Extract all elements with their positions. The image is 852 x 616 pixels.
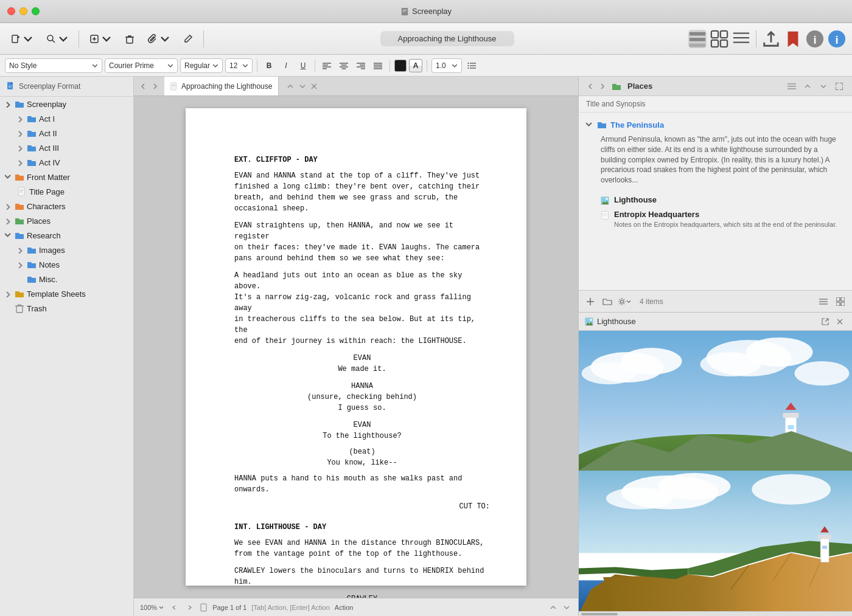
list-style-button[interactable]: [464, 58, 479, 73]
toolbar-right: i i: [688, 30, 846, 48]
highlight-color-swatch[interactable]: A: [409, 59, 422, 72]
sidebar-item-notes[interactable]: Notes: [0, 257, 133, 272]
document-title-pill[interactable]: Approaching the Lighthouse: [380, 31, 514, 46]
maximize-button[interactable]: [32, 7, 40, 15]
sidebar-item-act3[interactable]: Act III: [0, 140, 133, 155]
scene-heading-1: EXT. CLIFFTOP - DAY: [234, 154, 490, 165]
rp-sort-down-button[interactable]: [817, 80, 830, 93]
sidebar-item-front-matter[interactable]: Front Matter: [0, 170, 133, 184]
sidebar-item-images[interactable]: Images: [0, 243, 133, 257]
rp-settings-button[interactable]: [618, 295, 631, 308]
font-style-selector[interactable]: Regular: [180, 58, 223, 73]
sidebar-item-places[interactable]: Places: [0, 213, 133, 228]
document-scroll[interactable]: EXT. CLIFFTOP - DAY EVAN and HANNA stand…: [134, 96, 578, 598]
rp-menu-icon: [787, 83, 796, 90]
bold-button[interactable]: B: [262, 58, 276, 73]
sidebar-item-act2[interactable]: Act II: [0, 126, 133, 140]
info-button[interactable]: i: [828, 30, 846, 48]
lighthouse-expand-button[interactable]: [819, 316, 831, 328]
rp-grid-view-button[interactable]: [834, 295, 847, 308]
align-left-button[interactable]: [320, 58, 334, 73]
rp-expand-button[interactable]: [833, 80, 846, 93]
rp-folder-button[interactable]: [601, 295, 614, 308]
sidebar-item-template-sheets[interactable]: Template Sheets: [0, 286, 133, 301]
share-button[interactable]: [762, 30, 780, 48]
svg-rect-57: [16, 306, 23, 313]
rp-menu-button[interactable]: [785, 80, 798, 93]
share-icon: [762, 30, 780, 48]
rp-list-view-button[interactable]: [817, 295, 830, 308]
new-button[interactable]: [6, 32, 38, 46]
style-selector[interactable]: No Style: [5, 58, 102, 73]
style-chevron-icon: [92, 63, 98, 68]
rp-item-entropix[interactable]: Entropix Headquarters Notes on the Entro…: [579, 207, 852, 232]
add-button[interactable]: [85, 32, 116, 46]
footer-down-button[interactable]: [561, 602, 572, 613]
rp-peninsula-desc: Armund Peninsula, known as "the arm", ju…: [579, 132, 852, 190]
svg-point-49: [468, 67, 469, 69]
document-page[interactable]: EXT. CLIFFTOP - DAY EVAN and HANNA stand…: [186, 108, 526, 586]
sidebar-item-act4[interactable]: Act IV: [0, 155, 133, 170]
align-justify-button[interactable]: [371, 58, 385, 73]
zoom-control[interactable]: 100%: [140, 604, 164, 611]
rp-prev-button[interactable]: [585, 81, 596, 92]
sidebar-item-screenplay[interactable]: Screenplay: [0, 97, 133, 111]
svg-point-47: [468, 63, 469, 64]
underline-button[interactable]: U: [296, 58, 310, 73]
sidebar-item-act1[interactable]: Act I: [0, 111, 133, 126]
edit-button[interactable]: [178, 32, 198, 46]
sidebar-item-characters[interactable]: Characters: [0, 199, 133, 213]
tab-prev-button[interactable]: [138, 81, 148, 92]
doc-tabs: Approaching the Lighthouse: [134, 77, 578, 96]
rp-add-button[interactable]: [584, 295, 597, 308]
font-size-selector[interactable]: 12: [225, 58, 253, 73]
minimize-button[interactable]: [19, 7, 27, 15]
scrivenings-view-button[interactable]: [732, 30, 750, 48]
svg-rect-4: [12, 35, 18, 43]
corkboard-view-button[interactable]: [710, 30, 728, 48]
zoom-value: 100%: [140, 604, 157, 611]
rp-group-header-peninsula[interactable]: The Peninsula: [579, 117, 852, 132]
lighthouse-images: [579, 331, 852, 611]
rp-sort-up-button[interactable]: [801, 80, 814, 93]
page-next-button[interactable]: [184, 602, 195, 613]
lighthouse-close-icon: [837, 319, 843, 325]
bookmark-button[interactable]: [784, 30, 802, 48]
dialogue-hanna-1: I guess so.: [234, 403, 490, 414]
close-button[interactable]: [7, 7, 15, 15]
attach-button[interactable]: [143, 32, 175, 46]
rp-item-lighthouse[interactable]: Lighthouse: [579, 193, 852, 207]
search-button[interactable]: [41, 32, 73, 46]
line-spacing-selector[interactable]: 1.0: [431, 58, 462, 73]
right-panel-breadcrumb: Title and Synopsis: [579, 96, 852, 112]
document-footer: 100% Page 1 of 1 [Tab] Action, [Enter] A…: [134, 598, 578, 616]
page-info: Page 1 of 1: [212, 604, 246, 611]
align-center-button[interactable]: [337, 58, 351, 73]
lighthouse-scrollbar-thumb[interactable]: [581, 613, 618, 615]
align-right-button[interactable]: [354, 58, 368, 73]
sidebar-item-misc[interactable]: Misc.: [0, 272, 133, 286]
lighthouse-close-button[interactable]: [834, 316, 846, 328]
footer-up-button[interactable]: [548, 602, 559, 613]
svg-rect-102: [788, 425, 794, 429]
italic-button[interactable]: I: [279, 58, 293, 73]
sidebar-item-title-page[interactable]: Title Page: [0, 184, 133, 199]
tab-close-button[interactable]: [309, 81, 319, 91]
lighthouse-scrollbar[interactable]: [579, 611, 852, 616]
page-prev-button[interactable]: [169, 602, 180, 613]
rp-next-button[interactable]: [597, 81, 608, 92]
tab-sort-down-button[interactable]: [297, 81, 308, 92]
outline-view-button[interactable]: [688, 30, 707, 48]
svg-point-48: [468, 65, 469, 66]
sidebar-item-trash[interactable]: Trash: [0, 301, 133, 316]
text-color-swatch[interactable]: [394, 60, 407, 72]
tab-next-button[interactable]: [150, 81, 161, 92]
font-selector[interactable]: Courier Prime: [105, 58, 178, 73]
tab-sort-up-button[interactable]: [285, 81, 296, 92]
sidebar-item-research[interactable]: Research: [0, 228, 133, 243]
inspector-button[interactable]: i: [806, 30, 824, 48]
delete-button[interactable]: [120, 32, 139, 46]
svg-rect-82: [841, 297, 845, 301]
action-6: CRAWLEY lowers the binoculars and turns …: [234, 566, 490, 587]
doc-tab-active[interactable]: Approaching the Lighthouse: [164, 77, 279, 95]
